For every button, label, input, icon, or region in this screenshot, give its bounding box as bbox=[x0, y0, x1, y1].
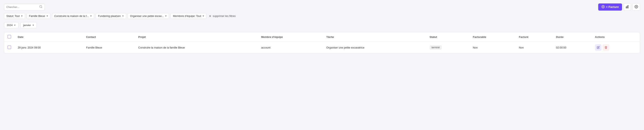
settings-button[interactable] bbox=[632, 3, 640, 11]
chevron-down-icon: ▼ bbox=[14, 24, 16, 26]
chart-icon bbox=[626, 5, 629, 9]
column-duree: Durée bbox=[553, 32, 592, 42]
search-input[interactable] bbox=[6, 6, 38, 9]
column-date: Date bbox=[14, 32, 83, 42]
top-actions: + Facture bbox=[598, 3, 640, 11]
row-contact: Famille Bleue bbox=[83, 42, 135, 53]
chart-button[interactable] bbox=[624, 3, 631, 11]
column-checkbox bbox=[4, 32, 14, 42]
select-all-checkbox[interactable] bbox=[8, 35, 11, 39]
row-duree: 02:00:00 bbox=[553, 42, 592, 53]
column-facturable: Facturable bbox=[470, 32, 516, 42]
row-facturable: Non bbox=[470, 42, 516, 53]
filter-construire[interactable]: Construire la maison de la f... ▼ bbox=[52, 13, 94, 19]
time-entries-table: Date Contact Projet Membre d'équipe Tâch… bbox=[4, 32, 640, 53]
filter-fundering[interactable]: Fundering plaatsen ▼ bbox=[96, 13, 126, 19]
svg-point-8 bbox=[636, 6, 637, 7]
column-projet: Projet bbox=[135, 32, 258, 42]
plus-icon bbox=[602, 5, 605, 9]
search-bar[interactable] bbox=[4, 4, 45, 10]
close-icon: ✕ bbox=[209, 15, 211, 18]
edit-button[interactable] bbox=[595, 44, 602, 51]
column-contact: Contact bbox=[83, 32, 135, 42]
svg-rect-6 bbox=[627, 6, 628, 8]
filter-membres[interactable]: Membres d'équipe: Tout ▼ bbox=[171, 13, 206, 19]
row-date: 29 janv. 2024 09:00 bbox=[14, 42, 83, 53]
svg-line-1 bbox=[42, 7, 42, 8]
table-header-row: Date Contact Projet Membre d'équipe Tâch… bbox=[4, 32, 640, 42]
row-membre: account bbox=[258, 42, 323, 53]
column-statut: Statut bbox=[426, 32, 470, 42]
column-membre: Membre d'équipe bbox=[258, 32, 323, 42]
month-selector[interactable]: janvier ▼ bbox=[20, 22, 37, 28]
column-actions: Actions bbox=[592, 32, 640, 42]
clear-filters-button[interactable]: ✕ supprimer les filtres bbox=[209, 15, 236, 18]
table-row: 29 janv. 2024 09:00 Famille Bleue Constr… bbox=[4, 42, 640, 53]
filter-famille[interactable]: Famille Bleue ▼ bbox=[27, 13, 50, 19]
chevron-down-icon: ▼ bbox=[165, 15, 167, 17]
column-tache: Tâche bbox=[323, 32, 426, 42]
gear-icon bbox=[634, 5, 638, 9]
column-facture: Facturé bbox=[516, 32, 553, 42]
row-facture: Non bbox=[516, 42, 553, 53]
row-checkbox[interactable] bbox=[8, 45, 11, 49]
row-actions bbox=[592, 42, 640, 53]
filter-statut[interactable]: Statut: Tout ▼ bbox=[4, 13, 25, 19]
row-projet: Construire la maison de la famille Bleue bbox=[135, 42, 258, 53]
date-selectors: 2024 ▼ janvier ▼ bbox=[4, 22, 640, 28]
svg-rect-7 bbox=[628, 5, 628, 8]
chevron-down-icon: ▼ bbox=[46, 15, 48, 17]
chevron-down-icon: ▼ bbox=[21, 15, 23, 17]
facture-button[interactable]: + Facture bbox=[598, 4, 622, 11]
delete-button[interactable] bbox=[603, 44, 609, 51]
row-tache: Organiser une petite excavatrice bbox=[323, 42, 426, 53]
row-statut: terminé bbox=[426, 42, 470, 53]
row-checkbox-cell bbox=[4, 42, 14, 53]
chevron-down-icon: ▼ bbox=[32, 24, 34, 26]
search-icon bbox=[39, 5, 42, 9]
chevron-down-icon: ▼ bbox=[90, 15, 92, 17]
year-selector[interactable]: 2024 ▼ bbox=[4, 22, 18, 28]
chevron-down-icon: ▼ bbox=[202, 15, 204, 17]
filter-bar: Statut: Tout ▼ Famille Bleue ▼ Construir… bbox=[4, 13, 640, 19]
filter-organiser[interactable]: Organiser une petite excav... ▼ bbox=[128, 13, 169, 19]
svg-rect-5 bbox=[626, 7, 626, 8]
chevron-down-icon: ▼ bbox=[122, 15, 124, 17]
status-badge: terminé bbox=[430, 45, 442, 50]
